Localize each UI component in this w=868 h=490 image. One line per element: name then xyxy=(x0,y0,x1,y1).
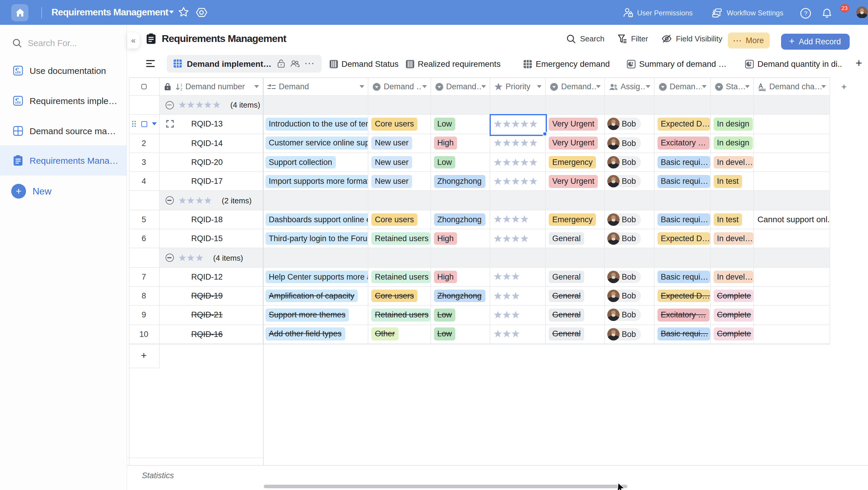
svg-text:?: ? xyxy=(804,10,807,17)
svg-text:1: 1 xyxy=(180,83,182,87)
svg-text:2: 2 xyxy=(180,87,182,91)
